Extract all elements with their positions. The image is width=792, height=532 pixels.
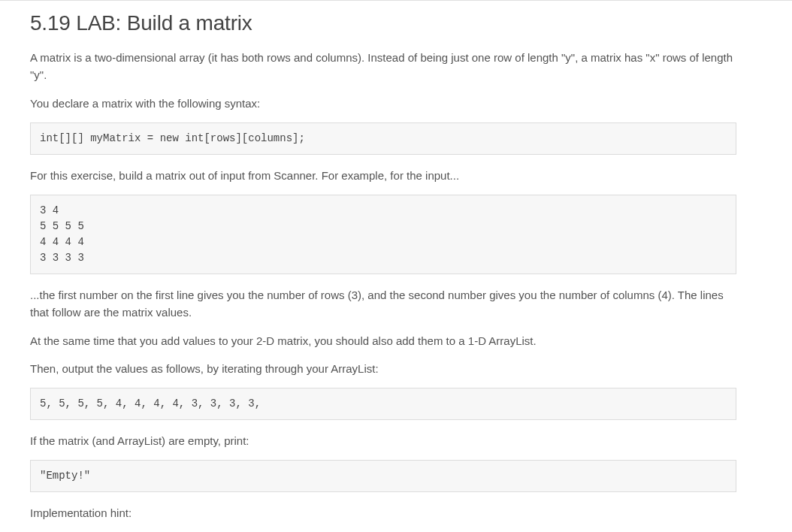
code-block-input-example: 3 4 5 5 5 5 4 4 4 4 3 3 3 3 <box>30 195 736 274</box>
code-declaration: int[][] myMatrix = new int[rows][columns… <box>40 132 305 144</box>
code-block-empty-output: "Empty!" <box>30 460 736 492</box>
code-block-output-example: 5, 5, 5, 5, 4, 4, 4, 4, 3, 3, 3, 3, <box>30 388 736 420</box>
intro-paragraph: A matrix is a two-dimensional array (it … <box>30 49 736 84</box>
explanation-paragraph: ...the first number on the first line gi… <box>30 286 736 322</box>
hint-heading: Implementation hint: <box>30 504 736 521</box>
code-output-example: 5, 5, 5, 5, 4, 4, 4, 4, 3, 3, 3, 3, <box>40 397 261 410</box>
exercise-intro: For this exercise, build a matrix out of… <box>30 167 736 184</box>
output-intro: Then, output the values as follows, by i… <box>30 360 736 377</box>
code-block-declaration: int[][] myMatrix = new int[rows][columns… <box>30 122 736 155</box>
page-title: 5.19 LAB: Build a matrix <box>30 11 736 35</box>
syntax-intro: You declare a matrix with the following … <box>30 95 736 112</box>
empty-case-intro: If the matrix (and ArrayList) are empty,… <box>30 432 736 449</box>
code-input-example: 3 4 5 5 5 5 4 4 4 4 3 3 3 3 <box>40 204 84 264</box>
lab-document: 5.19 LAB: Build a matrix A matrix is a t… <box>0 1 766 532</box>
arraylist-paragraph: At the same time that you add values to … <box>30 332 736 349</box>
code-empty-output: "Empty!" <box>40 470 90 482</box>
